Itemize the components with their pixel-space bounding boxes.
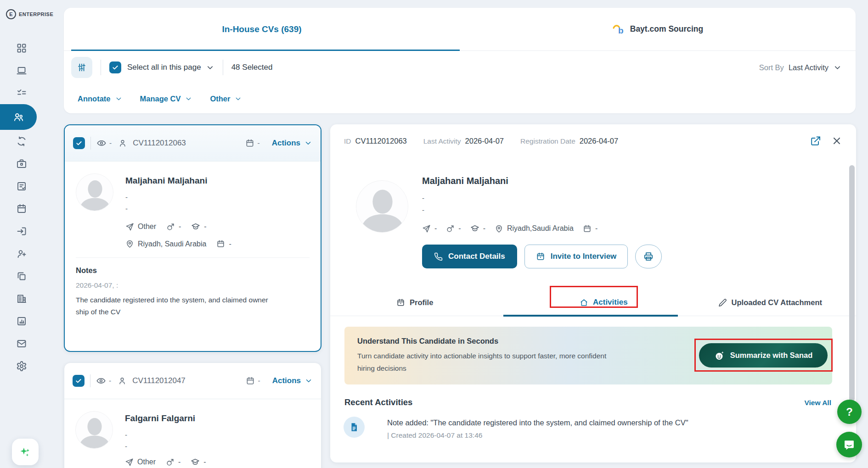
home-icon: [580, 298, 588, 307]
source-value: -: [434, 224, 437, 233]
sidebar-item-company[interactable]: [0, 287, 43, 310]
manage-cv-label: Manage CV: [140, 95, 181, 103]
chevron-down-icon: [115, 95, 123, 103]
annotate-dropdown[interactable]: Annotate: [78, 95, 123, 103]
sidebar-item-workstation[interactable]: [0, 59, 43, 82]
tab-bayt-sourcing[interactable]: b Bayt.com Sourcing: [460, 8, 856, 50]
recent-activities-title: Recent Activities: [344, 397, 412, 407]
sort-by-dropdown[interactable]: Sort By Last Activity: [759, 63, 856, 72]
male-icon: [446, 224, 455, 233]
tab-inhouse-cvs[interactable]: In-House CVs (639): [64, 8, 460, 50]
views-value: -: [109, 139, 112, 147]
detail-id-group: ID CV1112012063: [344, 137, 407, 145]
other-dropdown[interactable]: Other: [210, 95, 242, 103]
sidebar-nav: [0, 37, 43, 377]
sidebar-item-tasks[interactable]: [0, 82, 43, 104]
notes-title: Notes: [76, 266, 310, 275]
panel-scrollbar[interactable]: [849, 165, 855, 401]
sidebar-item-signin[interactable]: [0, 220, 43, 242]
sort-by-value: Last Activity: [789, 63, 829, 72]
sidebar-item-mail[interactable]: [0, 332, 43, 355]
summarize-with-sanad-button[interactable]: Summarize with Sanad: [699, 343, 828, 368]
select-all-label[interactable]: Select all in this page: [127, 63, 201, 72]
sidebar-item-candidates[interactable]: [0, 104, 37, 130]
sidebar-item-dashboard[interactable]: [0, 37, 43, 59]
candidate-meta-row1: Other - -: [125, 222, 231, 231]
graduation-cap-icon: [191, 222, 200, 231]
sidebar-item-settings[interactable]: [0, 355, 43, 377]
chat-button[interactable]: [836, 432, 862, 457]
sidebar-item-calendar[interactable]: [0, 197, 43, 220]
candidate-card-1[interactable]: - CV1112012063 - Actions Maljahani Malja…: [64, 124, 321, 352]
card-checkbox[interactable]: [73, 375, 85, 387]
tab-profile-label: Profile: [410, 298, 433, 307]
candidate-id: CV1112012063: [133, 139, 186, 148]
banner-description: Turn candidate activity into actionable …: [357, 350, 619, 374]
gender-value: -: [178, 458, 180, 466]
print-button[interactable]: [635, 245, 662, 268]
filters-button[interactable]: [71, 57, 92, 78]
sidebar-item-reports[interactable]: [0, 310, 43, 332]
male-icon: [166, 223, 175, 231]
divider: [90, 374, 90, 387]
id-label: ID: [344, 137, 351, 145]
sliders-icon: [77, 62, 87, 72]
question-mark-icon: ?: [846, 406, 853, 418]
invite-to-interview-label: Invite to Interview: [551, 252, 617, 261]
select-all-checkbox[interactable]: [109, 61, 121, 73]
manage-cv-dropdown[interactable]: Manage CV: [140, 95, 193, 103]
pencil-icon: [718, 298, 727, 307]
candidate-card-2[interactable]: - CV1112012047 - Actions Falgarni Falgar…: [64, 362, 321, 468]
printer-icon: [643, 251, 654, 262]
chevron-down-icon: [304, 377, 313, 385]
close-button[interactable]: [831, 135, 842, 146]
candidate-name: Falgarni Falgarni: [125, 413, 206, 423]
view-all-link[interactable]: View All: [804, 399, 831, 407]
contact-details-button[interactable]: Contact Details: [422, 245, 517, 268]
sidebar-item-add-user[interactable]: [0, 242, 43, 265]
graduation-cap-icon: [191, 457, 200, 467]
card-checkbox[interactable]: [73, 137, 85, 149]
sidebar-item-documents[interactable]: [0, 265, 43, 287]
log-in-icon: [16, 226, 27, 237]
copy-icon: [16, 271, 27, 282]
tab-inhouse-label: In-House CVs (639): [222, 24, 301, 34]
education-meta: -: [470, 224, 485, 233]
sidebar-item-sync[interactable]: [0, 130, 43, 152]
check-icon: [112, 64, 119, 71]
chevron-down-icon[interactable]: [206, 63, 214, 72]
candidate-line2: -: [125, 205, 231, 212]
location-value: Riyadh,Saudi Arabia: [507, 224, 574, 233]
detail-tabs: Profile Activities Uploaded CV Attachmen…: [330, 289, 856, 316]
calendar-icon: [536, 252, 545, 261]
detail-registration-group: Registration Date 2026-04-07: [520, 137, 618, 145]
open-in-new-button[interactable]: [810, 135, 821, 146]
detail-action-buttons: Contact Details Invite to Interview: [422, 245, 662, 268]
date-value: -: [257, 139, 259, 147]
sort-by-label: Sort By: [759, 63, 784, 72]
date-meta: -: [245, 139, 259, 148]
brand-name: ENTERPRISE: [19, 11, 53, 17]
users-icon: [13, 111, 24, 123]
other-label: Other: [210, 95, 230, 103]
tab-activities[interactable]: Activities: [580, 289, 628, 316]
invite-to-interview-button[interactable]: Invite to Interview: [524, 245, 628, 268]
sidebar-item-evaluations[interactable]: [0, 175, 43, 197]
tab-profile[interactable]: Profile: [396, 289, 433, 316]
tab-uploaded-cv[interactable]: Uploaded CV Attachment: [718, 289, 822, 316]
detail-meta-row: - - - Riyadh,Saudi Arabia -: [422, 224, 662, 233]
registration-value: 2026-04-07: [580, 137, 618, 145]
candidate-line1: -: [422, 194, 662, 202]
views-value: -: [109, 377, 111, 385]
ai-assistant-button[interactable]: [12, 439, 39, 465]
chevron-down-icon: [833, 63, 842, 72]
location-meta: Riyadh, Saudi Arabia: [125, 240, 206, 248]
card-actions-dropdown[interactable]: Actions: [272, 376, 313, 385]
card-actions-dropdown[interactable]: Actions: [272, 139, 312, 148]
help-button[interactable]: ?: [837, 400, 862, 424]
chevron-down-icon: [185, 95, 192, 103]
sidebar-item-jobs[interactable]: [0, 152, 43, 175]
calendar-profile-icon: [396, 298, 405, 307]
candidate-line2: -: [422, 206, 662, 214]
check-icon: [75, 139, 83, 147]
